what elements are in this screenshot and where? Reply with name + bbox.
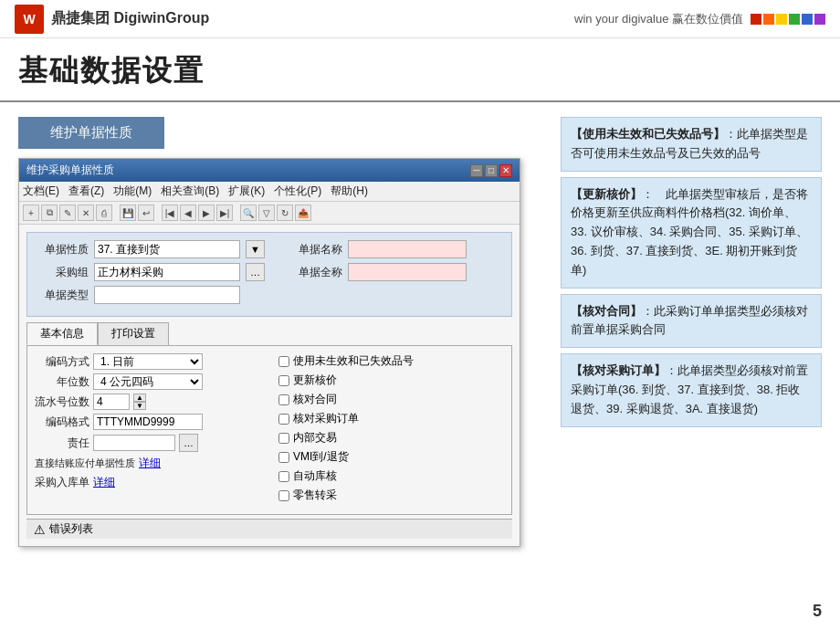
- right-col: 使用未生效和已失效品号 更新核价 核对合同: [278, 353, 504, 507]
- checkbox-row-4: 核对采购订单: [278, 411, 504, 426]
- field-name-input[interactable]: [348, 240, 467, 258]
- tb-export[interactable]: 📤: [295, 205, 311, 221]
- spin-down[interactable]: ▼: [133, 402, 146, 410]
- form-encode-select[interactable]: 1. 日前: [93, 353, 203, 370]
- form-year-select[interactable]: 4 公元四码: [93, 373, 203, 390]
- checkbox-vmi[interactable]: [278, 452, 289, 463]
- form-encode-label: 编码方式: [35, 354, 89, 370]
- checkbox-row-6: VMI到/退货: [278, 449, 504, 465]
- form-format-input[interactable]: [93, 414, 203, 430]
- tb-add[interactable]: +: [23, 205, 39, 221]
- tb-search[interactable]: 🔍: [240, 205, 257, 221]
- checkbox-verify-po[interactable]: [278, 414, 289, 425]
- info-panel-4: 【核对采购订单】：此单据类型必须核对前置采购订单(36. 到货、37. 直接到货…: [561, 353, 822, 426]
- checkbox-label-5: 内部交易: [293, 430, 337, 446]
- form-row-purchase: 采购入库单 详细: [35, 475, 260, 490]
- field-group-browse[interactable]: …: [246, 263, 265, 281]
- checkbox-retail-transfer[interactable]: [278, 490, 289, 501]
- tab-print[interactable]: 打印设置: [98, 322, 169, 345]
- spin-up[interactable]: ▲: [133, 394, 146, 402]
- menu-personal[interactable]: 个性化(P): [274, 184, 321, 199]
- maintain-button[interactable]: 维护单据性质: [18, 117, 164, 149]
- checkbox-label-6: VMI到/退货: [293, 449, 349, 465]
- page-title: 基础数据设置: [18, 51, 822, 91]
- menu-function[interactable]: 功能(M): [113, 184, 152, 199]
- tb-print[interactable]: ⎙: [96, 205, 112, 221]
- tb-prev[interactable]: ◀: [180, 205, 196, 221]
- checkbox-row-2: 更新核价: [278, 373, 504, 388]
- field-row-fullname: 单据全称: [292, 263, 467, 281]
- form-serial-input[interactable]: [93, 394, 130, 410]
- menu-extend[interactable]: 扩展(K): [228, 184, 265, 199]
- color-bars: [751, 14, 825, 25]
- form-purchase-link[interactable]: 详细: [93, 475, 115, 490]
- checkbox-label-4: 核对采购订单: [293, 411, 359, 426]
- checkbox-unused-items[interactable]: [278, 356, 289, 367]
- color-bar-4: [789, 14, 800, 25]
- logo-icon: W: [15, 5, 44, 34]
- checkbox-update-price[interactable]: [278, 375, 289, 386]
- checkbox-label-7: 自动库核: [293, 468, 337, 484]
- form-direct-link[interactable]: 详细: [139, 456, 161, 471]
- checkbox-verify-contract[interactable]: [278, 394, 289, 405]
- info-panel-3: 【核对合同】：此采购订单单据类型必须核对前置单据采购合同: [561, 294, 822, 349]
- color-bar-3: [776, 14, 787, 25]
- status-bar: ⚠ 错误列表: [26, 519, 512, 539]
- tab-area: 基本信息 打印设置 编码方式 1. 日前: [26, 322, 512, 515]
- tb-delete[interactable]: ✕: [78, 205, 94, 221]
- close-button[interactable]: ✕: [499, 164, 512, 177]
- color-bar-5: [802, 14, 813, 25]
- field-nature-input[interactable]: [94, 240, 240, 258]
- tb-refresh[interactable]: ↻: [277, 205, 293, 221]
- form-row-format: 编码格式: [35, 414, 260, 430]
- tb-filter[interactable]: ▽: [258, 205, 275, 221]
- tab-basic[interactable]: 基本信息: [26, 322, 98, 345]
- form-direct-label: 直接结账应付单据性质: [35, 457, 135, 470]
- tb-cancel[interactable]: ↩: [138, 205, 154, 221]
- spin-button[interactable]: ▲ ▼: [133, 394, 146, 410]
- form-purchase-label: 采购入库单: [35, 475, 89, 490]
- field-name-label: 单据名称: [292, 242, 342, 257]
- form-row-dept: 责任 …: [35, 434, 260, 452]
- dialog-controls: ─ □ ✕: [470, 164, 512, 177]
- menu-query[interactable]: 相关查询(B): [161, 184, 219, 199]
- tabs: 基本信息 打印设置: [26, 322, 512, 345]
- checkbox-row-3: 核对合同: [278, 392, 504, 407]
- info-title-2: 【更新核价】: [571, 187, 642, 201]
- tb-copy[interactable]: ⧉: [41, 205, 58, 221]
- field-fullname-input[interactable]: [348, 263, 467, 281]
- maximize-button[interactable]: □: [485, 164, 498, 177]
- tab-content-inner: 编码方式 1. 日前 年位数 4 公元四码: [35, 353, 504, 507]
- checkbox-row-5: 内部交易: [278, 430, 504, 446]
- form-serial-label: 流水号位数: [35, 394, 89, 410]
- form-row-direct: 直接结账应付单据性质 详细: [35, 456, 260, 471]
- tb-next[interactable]: ▶: [198, 205, 215, 221]
- left-col: 编码方式 1. 日前 年位数 4 公元四码: [35, 353, 260, 507]
- top-form-fields: 单据性质 ▼ 采购组 … 单据类型: [26, 232, 512, 317]
- info-title-3: 【核对合同】: [571, 304, 642, 318]
- info-title-4: 【核对采购订单】: [571, 363, 666, 377]
- status-text: 错误列表: [49, 521, 93, 537]
- form-dept-browse[interactable]: …: [179, 434, 198, 452]
- tb-edit[interactable]: ✎: [59, 205, 76, 221]
- menu-help[interactable]: 帮助(H): [331, 184, 368, 199]
- status-icon: ⚠: [34, 522, 46, 537]
- checkbox-internal-trade[interactable]: [278, 433, 289, 444]
- form-dept-input[interactable]: [93, 435, 175, 451]
- menu-file[interactable]: 文档(E): [23, 184, 59, 199]
- field-group-input[interactable]: [94, 263, 240, 281]
- form-row-encode: 编码方式 1. 日前: [35, 353, 260, 370]
- tb-save[interactable]: 💾: [120, 205, 136, 221]
- field-row-type: 单据类型: [38, 286, 265, 304]
- menu-view[interactable]: 查看(Z): [68, 184, 104, 199]
- checkbox-auto-warehouse[interactable]: [278, 471, 289, 482]
- tb-last[interactable]: ▶|: [216, 205, 233, 221]
- field-type-input[interactable]: [94, 286, 240, 304]
- tb-first[interactable]: |◀: [162, 205, 178, 221]
- form-dept-label: 责任: [35, 436, 89, 451]
- field-row-name: 单据名称: [292, 240, 467, 258]
- minimize-button[interactable]: ─: [470, 164, 483, 177]
- tagline-text: win your digivalue 赢在数位價值: [574, 11, 743, 27]
- form-year-label: 年位数: [35, 374, 89, 390]
- field-nature-dropdown[interactable]: ▼: [246, 240, 265, 258]
